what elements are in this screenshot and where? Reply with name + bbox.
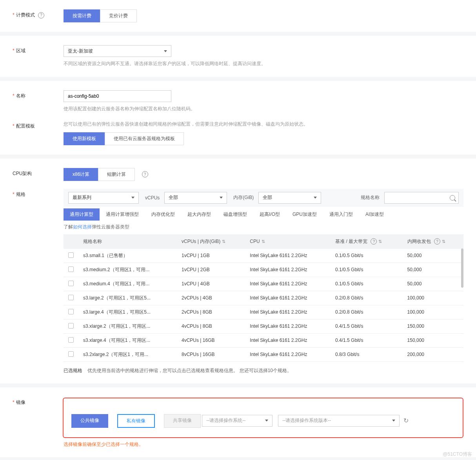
selected-spec-label: 已选规格 (64, 368, 82, 373)
learn-link[interactable]: 如何选择 (73, 224, 92, 230)
table-row[interactable]: s3.small.1（已售罄）1vCPU | 1GBIntel SkyLake … (64, 249, 463, 263)
spec-tab[interactable]: 通用计算型 (64, 208, 100, 221)
refresh-icon[interactable]: ↻ (403, 417, 409, 424)
scrollbar-thumb[interactable] (461, 248, 463, 288)
mem-label: 内存(GiB) (233, 194, 254, 201)
row-checkbox[interactable] (68, 309, 74, 314)
name-input[interactable] (64, 90, 171, 102)
sort-icon: ⇅ (378, 239, 382, 244)
region-hint: 不同区域的资源之间内网不互通。请选择靠近您客户的区域，可以降低网络时延、提高访问… (64, 60, 463, 68)
billing-spot[interactable]: 竞价计费 (100, 9, 137, 22)
table-header[interactable]: 基准 / 最大带宽 ? ⇅ (331, 234, 403, 249)
spec-tab[interactable]: AI加速型 (359, 208, 390, 221)
table-cell: 0.4/1.5 Gbit/s (331, 319, 403, 333)
image-tab-public[interactable]: 公共镜像 (71, 414, 108, 428)
learn-suffix: 弹性云服务器类型 (92, 224, 129, 230)
name-hint: 使用该配置创建的云服务器名称为伸缩配置名称加八位随机码。 (64, 105, 463, 113)
help-icon[interactable]: ? (371, 238, 377, 245)
table-cell: Intel SkyLake 6161 2.2GHz (245, 319, 331, 333)
table-cell: 200,000 (403, 347, 463, 361)
name-label: 名称 (16, 93, 25, 99)
table-cell: 0.2/0.8 Gbit/s (331, 305, 403, 319)
mem-value: 全部 (263, 194, 272, 201)
row-checkbox[interactable] (68, 281, 74, 286)
row-checkbox[interactable] (68, 337, 74, 343)
table-cell: 8vCPUs | 16GB (177, 347, 245, 361)
spec-tab[interactable]: 内存优化型 (145, 208, 181, 221)
spec-tab[interactable]: 磁盘增强型 (217, 208, 253, 221)
spec-tab[interactable]: 通用计算增强型 (100, 208, 145, 221)
table-cell: 1vCPU | 1GB (177, 249, 245, 263)
cpu-kunpeng[interactable]: 鲲鹏计算 (98, 168, 135, 181)
spec-tab[interactable]: 通用入门型 (323, 208, 359, 221)
table-row[interactable]: s3.large.2（可用区1，可用区5...2vCPUs | 4GBIntel… (64, 291, 463, 305)
row-checkbox[interactable] (68, 351, 74, 357)
table-row[interactable]: s3.xlarge.2（可用区1，可用区...4vCPUs | 8GBIntel… (64, 319, 463, 333)
os-select[interactable]: --请选择操作系统-- (202, 415, 273, 427)
table-header[interactable]: 规格名称 (78, 234, 177, 249)
spec-tab[interactable]: 超高I/O型 (253, 208, 286, 221)
table-row[interactable]: s3.large.4（可用区1，可用区5...2vCPUs | 8GBIntel… (64, 305, 463, 319)
table-cell: 0.1/0.5 Gbit/s (331, 263, 403, 277)
region-value: 亚太-新加坡 (68, 48, 93, 55)
table-cell: 0.4/1.5 Gbit/s (331, 333, 403, 347)
table-row[interactable]: s3.medium.4（可用区1，可用...1vCPU | 4GBIntel S… (64, 277, 463, 291)
chevron-down-icon (392, 420, 395, 422)
help-icon[interactable]: ? (434, 238, 440, 245)
spec-label: 规格 (16, 192, 25, 197)
table-cell: 50,000 (403, 263, 463, 277)
table-cell: 0.8/3 Gbit/s (331, 347, 403, 361)
spec-search-label: 规格名称 (361, 194, 380, 201)
template-new[interactable]: 使用新模板 (64, 132, 105, 145)
table-cell: s3.2xlarge.2（可用区1，可用... (78, 347, 177, 361)
table-header[interactable]: vCPUs | 内存(GiB) ⇅ (177, 234, 245, 249)
billing-segments: 按需计费 竞价计费 (64, 9, 137, 22)
help-icon[interactable]: ? (38, 12, 44, 18)
table-cell: Intel SkyLake 6161 2.2GHz (245, 249, 331, 263)
spec-search-input[interactable] (384, 192, 459, 204)
table-header[interactable]: CPU ⇅ (245, 234, 331, 249)
row-checkbox[interactable] (68, 267, 74, 272)
image-tab-private[interactable]: 私有镜像 (117, 414, 155, 428)
table-cell: 4vCPUs | 16GB (177, 333, 245, 347)
mem-select[interactable]: 全部 (258, 192, 321, 204)
billing-on-demand[interactable]: 按需计费 (64, 9, 100, 22)
table-header[interactable]: 内网收发包 ? ⇅ (403, 234, 463, 249)
table-cell: 0.1/0.5 Gbit/s (331, 249, 403, 263)
table-cell: 4vCPUs | 8GB (177, 319, 245, 333)
table-cell: 2vCPUs | 4GB (177, 291, 245, 305)
sort-icon: ⇅ (222, 239, 225, 244)
row-checkbox[interactable] (68, 295, 74, 300)
template-label: 配置模板 (16, 123, 35, 129)
table-row[interactable]: s3.medium.2（可用区1，可用...1vCPU | 2GBIntel S… (64, 263, 463, 277)
os-placeholder: --请选择操作系统-- (206, 417, 245, 424)
table-row[interactable]: s3.xlarge.4（可用区1，可用区...4vCPUs | 16GBInte… (64, 333, 463, 347)
row-checkbox[interactable] (68, 252, 74, 258)
table-cell: s3.large.4（可用区1，可用区5... (78, 305, 177, 319)
chevron-down-icon (220, 197, 223, 199)
table-cell: 2vCPUs | 8GB (177, 305, 245, 319)
watermark: @51CTO博客 (443, 451, 472, 458)
template-segments: 使用新模板 使用已有云服务器规格为模板 (64, 132, 184, 145)
table-cell: 50,000 (403, 277, 463, 291)
table-cell: Intel SkyLake 6161 2.2GHz (245, 347, 331, 361)
region-select[interactable]: 亚太-新加坡 (64, 45, 171, 57)
help-icon[interactable]: ? (142, 171, 148, 177)
series-select[interactable]: 最新系列 (68, 192, 139, 204)
spec-tab[interactable]: 超大内存型 (181, 208, 217, 221)
chevron-down-icon (265, 420, 268, 422)
template-existing[interactable]: 使用已有云服务器规格为模板 (105, 132, 184, 145)
image-tabs: 公共镜像 私有镜像 共享镜像 (71, 414, 201, 428)
os-version-select[interactable]: --请选择操作系统版本-- (278, 415, 400, 427)
learn-prefix: 了解 (64, 224, 73, 230)
sort-icon: ⇅ (262, 239, 265, 244)
table-cell: s3.xlarge.4（可用区1，可用区... (78, 333, 177, 347)
cpu-arch-label: CPU架构 (13, 171, 32, 176)
table-cell: Intel SkyLake 6161 2.2GHz (245, 263, 331, 277)
image-tab-shared[interactable]: 共享镜像 (164, 414, 201, 428)
row-checkbox[interactable] (68, 323, 74, 329)
spec-tab[interactable]: GPU加速型 (286, 208, 323, 221)
vcpu-select[interactable]: 全部 (164, 192, 227, 204)
table-row[interactable]: s3.2xlarge.2（可用区1，可用...8vCPUs | 16GBInte… (64, 347, 463, 361)
cpu-x86[interactable]: x86计算 (64, 168, 98, 181)
